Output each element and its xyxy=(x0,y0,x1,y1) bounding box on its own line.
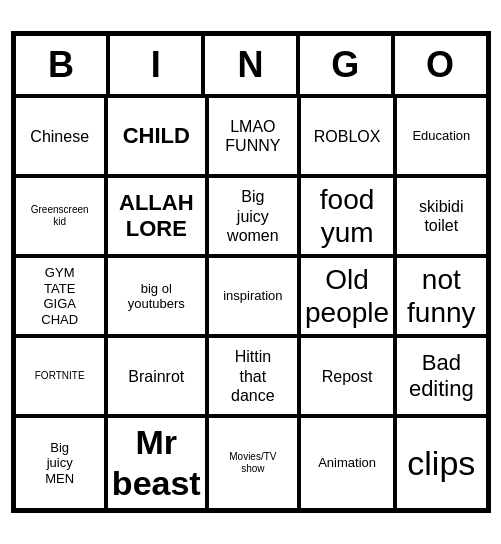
bingo-cell-22: Movies/TV show xyxy=(207,416,299,510)
bingo-cell-text-5: Greenscreen kid xyxy=(31,204,89,228)
bingo-cell-text-23: Animation xyxy=(318,455,376,471)
bingo-cell-text-12: inspiration xyxy=(223,288,282,304)
bingo-cell-24: clips xyxy=(395,416,487,510)
bingo-cell-text-19: Bad editing xyxy=(409,350,474,403)
bingo-cell-text-20: Big juicy MEN xyxy=(45,440,74,487)
bingo-cell-2: LMAO FUNNY xyxy=(207,96,299,176)
bingo-cell-text-10: GYM TATE GIGA CHAD xyxy=(41,265,78,327)
bingo-card: BINGO ChineseCHILDLMAO FUNNYROBLOXEducat… xyxy=(11,31,491,513)
bingo-cell-11: big ol youtubers xyxy=(106,256,207,336)
bingo-cell-text-24: clips xyxy=(407,443,475,484)
bingo-cell-17: Hittin that dance xyxy=(207,336,299,416)
bingo-cell-text-13: Old people xyxy=(305,263,389,330)
bingo-cell-0: Chinese xyxy=(14,96,106,176)
bingo-cell-10: GYM TATE GIGA CHAD xyxy=(14,256,106,336)
header-letter-i: I xyxy=(108,34,203,96)
bingo-cell-text-0: Chinese xyxy=(30,127,89,146)
bingo-cell-text-6: ALLAH LORE xyxy=(119,190,194,243)
bingo-cell-9: skibidi toilet xyxy=(395,176,487,256)
bingo-cell-text-9: skibidi toilet xyxy=(419,197,463,235)
bingo-cell-text-7: Big juicy women xyxy=(227,187,279,245)
bingo-cell-4: Education xyxy=(395,96,487,176)
bingo-cell-13: Old people xyxy=(299,256,395,336)
bingo-cell-16: Brainrot xyxy=(106,336,207,416)
bingo-cell-1: CHILD xyxy=(106,96,207,176)
bingo-cell-text-3: ROBLOX xyxy=(314,127,381,146)
bingo-cell-text-14: not funny xyxy=(407,263,476,330)
bingo-header: BINGO xyxy=(14,34,488,96)
bingo-cell-text-22: Movies/TV show xyxy=(229,451,276,475)
bingo-cell-text-11: big ol youtubers xyxy=(128,281,185,312)
bingo-cell-23: Animation xyxy=(299,416,395,510)
bingo-cell-14: not funny xyxy=(395,256,487,336)
bingo-cell-12: inspiration xyxy=(207,256,299,336)
bingo-cell-text-8: food yum xyxy=(320,183,375,250)
bingo-cell-text-18: Repost xyxy=(322,367,373,386)
header-letter-n: N xyxy=(203,34,298,96)
header-letter-g: G xyxy=(298,34,393,96)
bingo-cell-7: Big juicy women xyxy=(207,176,299,256)
bingo-cell-3: ROBLOX xyxy=(299,96,395,176)
bingo-cell-text-21: Mr beast xyxy=(112,422,201,504)
bingo-cell-6: ALLAH LORE xyxy=(106,176,207,256)
bingo-cell-text-2: LMAO FUNNY xyxy=(225,117,280,155)
bingo-cell-15: FORTNITE xyxy=(14,336,106,416)
bingo-cell-19: Bad editing xyxy=(395,336,487,416)
bingo-cell-text-16: Brainrot xyxy=(128,367,184,386)
bingo-cell-21: Mr beast xyxy=(106,416,207,510)
bingo-cell-text-15: FORTNITE xyxy=(35,370,85,382)
header-letter-b: B xyxy=(14,34,109,96)
bingo-cell-text-17: Hittin that dance xyxy=(231,347,275,405)
bingo-cell-18: Repost xyxy=(299,336,395,416)
bingo-cell-5: Greenscreen kid xyxy=(14,176,106,256)
bingo-cell-20: Big juicy MEN xyxy=(14,416,106,510)
header-letter-o: O xyxy=(393,34,488,96)
bingo-cell-8: food yum xyxy=(299,176,395,256)
bingo-cell-text-4: Education xyxy=(412,128,470,144)
bingo-cell-text-1: CHILD xyxy=(123,123,190,149)
bingo-grid: ChineseCHILDLMAO FUNNYROBLOXEducationGre… xyxy=(14,96,488,510)
